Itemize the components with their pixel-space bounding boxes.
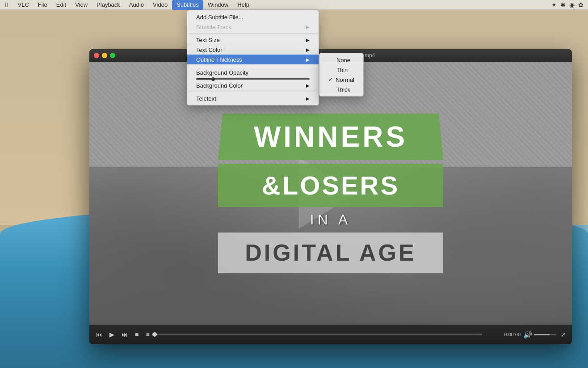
submenu-thick[interactable]: Thick (319, 85, 363, 94)
progress-dot (152, 332, 157, 337)
outline-thickness-submenu: None Thin ✓ Normal Thick (319, 53, 364, 97)
menu-file[interactable]: File (34, 0, 52, 10)
normal-checkmark: ✓ (328, 76, 333, 83)
background-color-arrow: ▶ (306, 83, 310, 88)
menu-outline-thickness[interactable]: Outline Thickness ▶ (187, 55, 319, 64)
volume-area: 🔊 (523, 330, 556, 339)
submenu-normal-label: Normal (336, 76, 354, 83)
play-button[interactable]: ▶ (107, 330, 117, 339)
menu-teletext-label: Teletext (196, 95, 216, 102)
menu-subtitle-track[interactable]: Subtitle Track ▶ (187, 22, 319, 32)
subtitle-track-arrow: ▶ (306, 25, 310, 30)
menu-text-size-label: Text Size (196, 37, 220, 43)
outline-thickness-arrow: ▶ (306, 57, 310, 62)
window-minimize-button[interactable] (102, 53, 107, 58)
fullscreen-button[interactable]: ⤢ (559, 331, 567, 338)
volume-fill (534, 334, 550, 335)
menubar:  VLC File Edit View Playback Audio Vide… (0, 0, 588, 10)
menu-audio[interactable]: Audio (125, 0, 148, 10)
window-close-button[interactable] (94, 53, 99, 58)
menu-separator-3 (187, 92, 319, 92)
text-size-arrow: ▶ (306, 38, 310, 42)
menu-teletext[interactable]: Teletext ▶ (187, 93, 319, 103)
menu-video[interactable]: Video (148, 0, 172, 10)
menu-subtitles[interactable]: Subtitles (172, 0, 203, 10)
submenu-none[interactable]: None (319, 55, 363, 65)
menu-background-color-label: Background Color (196, 82, 243, 89)
menu-add-subtitle-file[interactable]: Add Subtitle File... (187, 12, 319, 22)
menu-background-color[interactable]: Background Color ▶ (187, 80, 319, 90)
stop-button[interactable]: ■ (133, 330, 141, 339)
teletext-arrow: ▶ (306, 96, 310, 101)
text-color-arrow: ▶ (306, 47, 310, 52)
bluetooth-icon: ✱ (560, 1, 566, 8)
menu-text-color[interactable]: Text Color ▶ (187, 45, 319, 55)
submenu-thin-label: Thin (336, 67, 348, 73)
menu-text-size[interactable]: Text Size ▶ (187, 35, 319, 45)
menubar-right-icons: ✦ ✱ ◉ ✿ (551, 1, 588, 8)
video-area: WINNERS &LOSERS IN A DIGITAL AGE (89, 62, 572, 325)
window-controls (94, 53, 115, 58)
menu-text-color-label: Text Color (196, 47, 223, 53)
apple-menu[interactable]:  (0, 0, 13, 10)
menu-edit[interactable]: Edit (52, 0, 71, 10)
menu-outline-thickness-label: Outline Thickness (196, 56, 242, 63)
menu-background-opacity-label: Background Opacity (196, 69, 248, 76)
submenu-none-label: None (336, 57, 350, 63)
dropbox-icon: ✦ (551, 1, 557, 8)
menu-playback[interactable]: Playback (92, 0, 125, 10)
menu-vlc[interactable]: VLC (13, 0, 33, 10)
progress-bar[interactable] (155, 334, 482, 335)
menu-window[interactable]: Window (203, 0, 233, 10)
submenu-normal[interactable]: ✓ Normal (319, 75, 363, 85)
wifi-icon: ◉ (569, 1, 575, 8)
subtitles-menu: Add Subtitle File... Subtitle Track ▶ Te… (187, 10, 319, 106)
menu-separator-1 (187, 33, 319, 34)
menu-background-opacity[interactable]: Background Opacity (187, 68, 319, 77)
video-frame: WINNERS &LOSERS IN A DIGITAL AGE (89, 62, 572, 325)
player-controls: ⏮ ▶ ⏭ ■ ≡ 0:00:00 🔊 ⤢ (89, 325, 572, 344)
menu-add-subtitle-file-label: Add Subtitle File... (196, 14, 244, 21)
menu-separator-2 (187, 66, 319, 66)
menu-view[interactable]: View (71, 0, 92, 10)
submenu-thin[interactable]: Thin (319, 65, 363, 75)
fast-forward-button[interactable]: ⏭ (119, 330, 130, 339)
menu-help[interactable]: Help (233, 0, 254, 10)
playlist-button[interactable]: ≡ (143, 330, 151, 339)
menu-subtitle-track-label: Subtitle Track (196, 24, 231, 30)
butterfly-icon: ✿ (578, 1, 584, 8)
window-maximize-button[interactable] (110, 53, 115, 58)
time-display: 0:00:00 (485, 332, 521, 337)
submenu-thick-label: Thick (336, 86, 350, 93)
volume-bar[interactable] (534, 334, 556, 335)
volume-icon: 🔊 (523, 330, 532, 339)
rewind-button[interactable]: ⏮ (94, 330, 105, 339)
